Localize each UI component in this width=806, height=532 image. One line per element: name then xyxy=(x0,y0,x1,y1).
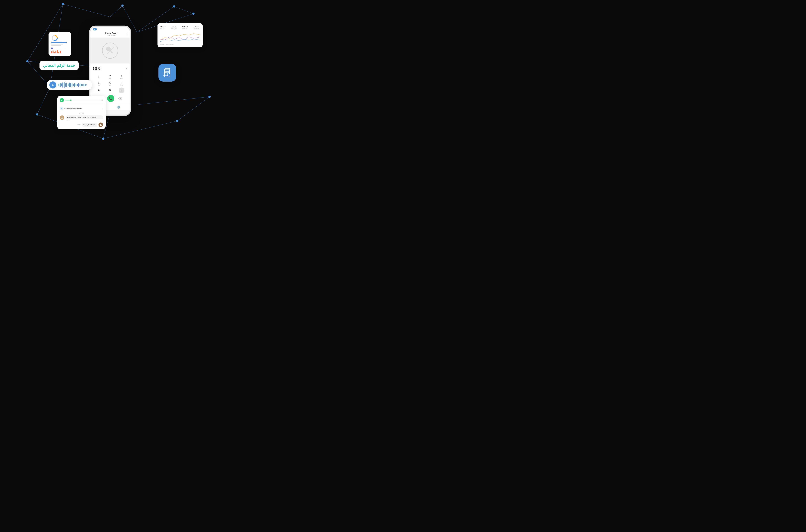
assignment-text: Assigned to Ravi Patel xyxy=(64,107,82,109)
phone-provider-text: Counterpath xyxy=(105,34,117,36)
number-display: 800 × xyxy=(91,63,130,73)
stat-outbound: 123 OUTBOUND xyxy=(194,25,200,29)
analytics-small-lines xyxy=(54,48,69,49)
message-row-1: Ravi, please follow up with this prospec… xyxy=(60,115,103,121)
stat-label-4: OUTBOUND xyxy=(194,28,200,29)
message-bubble-1: Ravi, please follow up with this prospec… xyxy=(65,115,103,119)
clear-button[interactable]: × xyxy=(126,67,127,70)
keypad-hash[interactable]: # xyxy=(117,88,126,93)
sender-avatar-1 xyxy=(60,115,64,120)
voice-waveform-card xyxy=(47,80,92,90)
play-button[interactable]: ▶ xyxy=(60,98,64,102)
chevron-right-icon: › xyxy=(102,108,103,109)
chart-date-range: From May 19th to June 4th xyxy=(160,44,200,45)
chat-card: ▶ 00:53 Assigned to Ravi Patel › TODAY xyxy=(57,96,105,129)
bar-4 xyxy=(55,51,56,53)
settings-icon[interactable]: ⚙️ xyxy=(117,106,120,109)
assignment-left: Assigned to Ravi Patel xyxy=(60,107,82,110)
audio-player-row: ▶ 00:53 xyxy=(60,98,103,104)
today-label: TODAY xyxy=(60,113,103,114)
scanner-icon-card xyxy=(158,64,176,81)
analytics-square xyxy=(51,48,53,49)
audio-duration: 00:53 xyxy=(100,99,103,101)
stat-label-1: AVG CALL xyxy=(160,28,166,29)
keypad-row-1: 1 2 ABC 3 DEF xyxy=(93,74,127,80)
reply-content: 13:04 xyxy=(77,124,81,126)
analytics-lines xyxy=(51,42,69,46)
keypad-5[interactable]: 5 JKL xyxy=(105,81,114,87)
user-icon xyxy=(60,107,63,110)
backspace-button[interactable]: ⌫ xyxy=(117,96,123,101)
keypad-4[interactable]: 4 GHI xyxy=(94,81,103,87)
stat-label-2: INBOUND xyxy=(171,28,176,29)
stats-card: 00:37 AVG CALL 234 INBOUND 00:42 AVG CAL… xyxy=(157,23,203,47)
keypad-row-3: ✱ 0 + # xyxy=(93,88,127,93)
arabic-service-text: خدمة الرقم المجاني xyxy=(43,63,75,68)
svg-line-12 xyxy=(174,6,193,14)
bar-6 xyxy=(58,52,59,53)
audio-progress-fill xyxy=(65,100,70,100)
phone-header: Phone Ready Counterpath xyxy=(91,31,130,38)
keypad-star[interactable]: ✱ xyxy=(94,88,103,93)
keypad-6[interactable]: 6 MNO xyxy=(117,81,126,87)
audio-waveform xyxy=(58,82,89,88)
keypad-1[interactable]: 1 xyxy=(94,74,103,80)
bar-1 xyxy=(51,52,52,53)
stat-label-3: AVG CALL xyxy=(182,28,188,29)
keypad-row-2: 4 GHI 5 JKL 6 MNO xyxy=(93,81,127,87)
sender-avatar-2 xyxy=(98,122,103,127)
assignment-row[interactable]: Assigned to Ravi Patel › xyxy=(60,106,103,111)
svg-line-16 xyxy=(37,87,50,114)
analytics-bar-chart xyxy=(51,50,69,53)
audio-position-dot xyxy=(70,99,72,101)
message-content-1: Ravi, please follow up with this prospec… xyxy=(65,115,103,121)
svg-line-20 xyxy=(137,97,210,105)
stats-header: 00:37 AVG CALL 234 INBOUND 00:42 AVG CAL… xyxy=(160,25,200,29)
audio-progress-bar xyxy=(65,100,98,100)
reply-time: 13:04 xyxy=(77,124,81,126)
call-icon-circle xyxy=(102,42,118,59)
svg-line-11 xyxy=(110,6,122,17)
keypad-0[interactable]: 0 + xyxy=(105,88,114,93)
phone-status-bar xyxy=(91,27,130,31)
audio-progress-container xyxy=(65,100,98,100)
phone-status-text: Phone Ready xyxy=(105,32,117,34)
stat-number-4: 123 xyxy=(194,25,200,28)
stat-inbound: 234 INBOUND xyxy=(171,25,176,29)
dialed-number: 800 xyxy=(93,65,101,71)
arabic-text-card: خدمة الرقم المجاني xyxy=(39,61,79,70)
bar-7 xyxy=(60,51,61,53)
message-text-1: Ravi, please follow up with this prospec… xyxy=(67,116,101,118)
analytics-card xyxy=(49,32,71,56)
microphone-icon xyxy=(49,81,56,89)
svg-line-21 xyxy=(177,97,210,121)
svg-line-22 xyxy=(103,121,177,139)
reply-bubble: Got it, thank you. xyxy=(82,123,97,127)
call-button[interactable]: 📞 xyxy=(107,95,114,102)
call-icon-area xyxy=(91,38,130,63)
message-row-2: 13:04 Got it, thank you. xyxy=(60,122,103,127)
keypad-2[interactable]: 2 ABC xyxy=(105,74,114,80)
stat-avg-call-2: 00:42 AVG CALL xyxy=(182,25,188,29)
phone-header-center: Phone Ready Counterpath xyxy=(105,32,117,36)
scanner-icon xyxy=(162,67,173,78)
message-time-1: 12:45 xyxy=(65,120,103,121)
line-chart xyxy=(160,30,200,43)
stat-time-1: 00:37 xyxy=(160,25,166,28)
stat-avg-call-1: 00:37 AVG CALL xyxy=(160,25,166,29)
keypad-3[interactable]: 3 DEF xyxy=(117,74,126,80)
bar-5 xyxy=(57,50,58,53)
stat-number-2: 234 xyxy=(171,25,176,28)
donut-chart xyxy=(51,35,58,42)
svg-line-10 xyxy=(63,4,110,17)
reply-text: Got it, thank you. xyxy=(83,124,96,126)
bar-3 xyxy=(54,52,55,53)
options-icon[interactable] xyxy=(127,33,127,35)
stat-time-3: 00:42 xyxy=(182,25,188,28)
bar-2 xyxy=(53,51,54,53)
